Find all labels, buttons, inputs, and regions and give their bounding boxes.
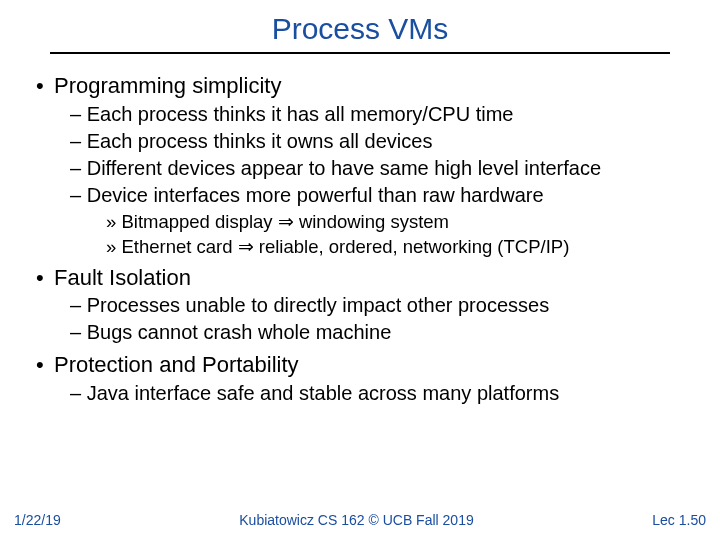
subbullet-text: Processes unable to directly impact othe… (87, 294, 549, 316)
subbullet: – Each process thinks it has all memory/… (70, 102, 692, 127)
slide-title: Process VMs (28, 12, 692, 52)
subbullet: – Different devices appear to have same … (70, 156, 692, 181)
bullet-programming-simplicity: •Programming simplicity (28, 72, 692, 100)
subbullet-text: Java interface safe and stable across ma… (87, 382, 559, 404)
subbullet-text: Different devices appear to have same hi… (87, 157, 601, 179)
subbullet-text: Bugs cannot crash whole machine (87, 321, 392, 343)
subbullet: – Bugs cannot crash whole machine (70, 320, 692, 345)
slide-body: •Programming simplicity – Each process t… (28, 72, 692, 406)
bullet-text: Programming simplicity (54, 73, 281, 98)
subbullet: – Java interface safe and stable across … (70, 381, 692, 406)
subbullet: – Each process thinks it owns all device… (70, 129, 692, 154)
subsub-text-a: Ethernet card (121, 236, 232, 257)
subsub-text-b: windowing system (299, 211, 449, 232)
subsub-text-b: reliable, ordered, networking (TCP/IP) (259, 236, 570, 257)
subbullet: – Processes unable to directly impact ot… (70, 293, 692, 318)
subbullet: – Device interfaces more powerful than r… (70, 183, 692, 208)
bullet-fault-isolation: •Fault Isolation (28, 264, 692, 292)
subbullet-text: Each process thinks it owns all devices (87, 130, 433, 152)
footer-attribution: Kubiatowicz CS 162 © UCB Fall 2019 (61, 512, 653, 528)
subbullet-text: Device interfaces more powerful than raw… (87, 184, 544, 206)
title-underline (50, 52, 670, 54)
implies-icon: ⇒ (278, 211, 294, 232)
footer-page: Lec 1.50 (652, 512, 706, 528)
subsubbullet: » Bitmapped display ⇒ windowing system (106, 210, 692, 233)
bullet-protection-portability: •Protection and Portability (28, 351, 692, 379)
subsubbullet: » Ethernet card ⇒ reliable, ordered, net… (106, 235, 692, 258)
slide-footer: 1/22/19 Kubiatowicz CS 162 © UCB Fall 20… (0, 512, 720, 528)
footer-date: 1/22/19 (14, 512, 61, 528)
subsub-text-a: Bitmapped display (121, 211, 272, 232)
implies-icon: ⇒ (238, 236, 254, 257)
bullet-text: Protection and Portability (54, 352, 299, 377)
slide: Process VMs •Programming simplicity – Ea… (0, 0, 720, 540)
bullet-text: Fault Isolation (54, 265, 191, 290)
subbullet-text: Each process thinks it has all memory/CP… (87, 103, 514, 125)
